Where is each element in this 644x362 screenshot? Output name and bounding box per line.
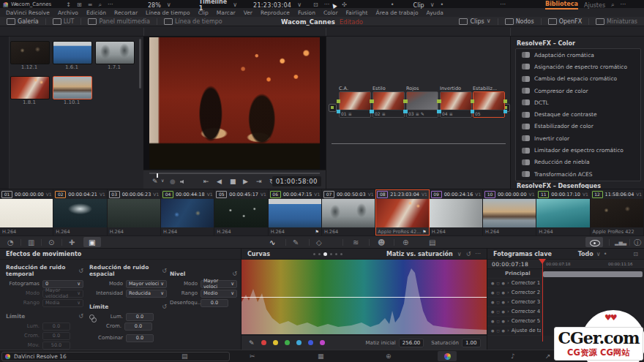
search-icon[interactable]: ⌕ bbox=[611, 2, 614, 8]
cyan-swatch[interactable] bbox=[296, 340, 302, 345]
chevron-down-icon[interactable]: ∨ bbox=[457, 251, 462, 257]
level-range-dropdown[interactable]: Medio∨ bbox=[201, 290, 237, 298]
clip-thumbnail[interactable] bbox=[53, 199, 106, 227]
still-thumbnail[interactable] bbox=[53, 41, 92, 64]
curves-pager[interactable] bbox=[313, 252, 342, 256]
still-thumbnail[interactable] bbox=[95, 41, 135, 64]
node-slider-icon[interactable]: • bbox=[391, 2, 394, 8]
green-swatch[interactable] bbox=[285, 340, 290, 345]
thumbnails-toggle-button[interactable]: Miniaturas bbox=[589, 17, 644, 26]
key-input-port[interactable] bbox=[337, 110, 340, 113]
list-view-icon[interactable]: ≡ bbox=[88, 2, 93, 8]
expand-track-icon[interactable]: › bbox=[507, 280, 509, 286]
timeline-clip[interactable]: 0900:00:24:16V1 H.264 bbox=[430, 189, 483, 235]
key-input-port[interactable] bbox=[471, 110, 474, 113]
node-graph-panel[interactable]: C.A. 01≡ Estilo 02≡ Rojos 03≡✎ bbox=[326, 37, 510, 189]
lock-icon[interactable]: ◻ bbox=[496, 328, 499, 333]
clip-thumbnail[interactable] bbox=[591, 199, 643, 227]
clip-thumbnail[interactable] bbox=[214, 199, 267, 227]
corrector-node-5-selected[interactable]: Estabiliz... 05 bbox=[473, 86, 503, 118]
expand-track-icon[interactable]: › bbox=[507, 309, 509, 314]
sort-icon[interactable]: ↕ bbox=[66, 2, 71, 8]
stills-album-icon[interactable]: ▤ bbox=[3, 2, 9, 8]
clip-thumbnail[interactable] bbox=[536, 199, 589, 227]
expand-track-icon[interactable]: › bbox=[507, 290, 509, 295]
corrector-node-2[interactable]: Estilo 02≡ bbox=[372, 86, 403, 118]
corrector-node-1[interactable]: C.A. 01≡ bbox=[339, 86, 370, 118]
clip-thumbnail[interactable] bbox=[322, 199, 375, 227]
lock-icon[interactable]: ◻ bbox=[496, 300, 499, 304]
curves-icon[interactable]: ∿ bbox=[269, 238, 275, 247]
chevron-down-icon[interactable]: ∨ bbox=[297, 2, 302, 8]
keyframe-playhead-line[interactable] bbox=[542, 260, 543, 342]
hue-vs-sat-curve-graph[interactable] bbox=[242, 260, 487, 334]
key-output-port[interactable] bbox=[503, 110, 507, 113]
curve-line[interactable] bbox=[242, 297, 487, 298]
face-refinement-icon[interactable]: ☻ bbox=[378, 238, 385, 247]
expand-track-icon[interactable]: › bbox=[507, 299, 509, 305]
still-thumbnail-selected[interactable] bbox=[53, 76, 92, 99]
still-thumbnail[interactable] bbox=[10, 76, 50, 99]
clip-thumbnail[interactable] bbox=[108, 199, 160, 227]
fx-item[interactable]: Transformación ACES bbox=[516, 168, 640, 180]
nodes-toggle-button[interactable]: Nodos bbox=[498, 17, 541, 26]
timeline-clip-selected[interactable]: 0821:23:03:04V1 Apple ProRes 42...⚑ bbox=[375, 189, 429, 235]
info-icon[interactable]: ⓘ bbox=[634, 238, 641, 247]
keyframe-track[interactable]: ●◻●› Corrector 1 bbox=[487, 279, 644, 288]
corrector-node-3[interactable]: Rojos 03≡✎ bbox=[406, 86, 437, 118]
clip-thumbnail[interactable] bbox=[430, 199, 482, 227]
level-mode-dropdown[interactable]: Mayor veloci∨ bbox=[201, 280, 237, 288]
timeline-clip[interactable]: 1211:58:06:04V1 Apple ProRes 422 bbox=[591, 189, 644, 235]
fx-item[interactable]: Adaptación cromática bbox=[516, 49, 640, 61]
page-deliver-icon[interactable]: ↗ bbox=[545, 352, 551, 360]
rgb-mixer-icon[interactable]: ✚ bbox=[69, 238, 75, 247]
input-hue-value[interactable]: 256.00 bbox=[399, 339, 424, 347]
chevron-down-icon[interactable]: ∨ bbox=[167, 2, 171, 8]
source-input-node[interactable] bbox=[329, 104, 337, 112]
fx-item[interactable]: Cambio del espacio cromático bbox=[516, 73, 640, 85]
stop-button[interactable]: ■ bbox=[230, 178, 236, 185]
expand-track-icon[interactable]: › bbox=[507, 318, 509, 324]
grid-view-icon[interactable]: ⊞ bbox=[77, 2, 82, 8]
reset-icon[interactable]: ↺ bbox=[466, 251, 471, 257]
saturation-value[interactable]: 1.00 bbox=[462, 339, 481, 347]
link-icon[interactable] bbox=[89, 314, 94, 320]
keyframe-ruler[interactable]: 00:00:07:18 00:00:07:18 00:00:11:16 bbox=[487, 260, 644, 269]
fx-item[interactable]: Reducción de niebla bbox=[516, 157, 640, 168]
jump-to-end-button[interactable]: ⇥ bbox=[256, 178, 262, 185]
gallery-album-strip[interactable] bbox=[0, 37, 10, 189]
page-fairlight-icon[interactable]: ♪ bbox=[511, 352, 515, 360]
fx-item[interactable]: Asignación de espectro cromático bbox=[516, 61, 640, 72]
keyframe-filter-dropdown[interactable]: Todo bbox=[578, 251, 594, 257]
reset-icon[interactable]: ↺ bbox=[232, 271, 237, 277]
timeline-clip[interactable]: 0200:00:04:21V1 H.264 bbox=[53, 189, 107, 235]
flag-icon[interactable]: ⚑ bbox=[422, 229, 426, 234]
timeline-clip[interactable]: 0400:00:44:18V1 H.264 bbox=[161, 189, 214, 235]
timeline-clip[interactable]: 0500:00:45:17V1 H.264 bbox=[214, 189, 268, 235]
chevron-down-icon[interactable]: ∨ bbox=[430, 2, 435, 8]
chevron-down-icon[interactable]: ∨ bbox=[233, 2, 237, 8]
spatial-mode-dropdown[interactable]: Mayor veloci∨ bbox=[126, 280, 167, 288]
magenta-swatch[interactable] bbox=[320, 340, 325, 345]
timeline-toggle-button[interactable]: Línea de tiempo bbox=[157, 17, 229, 26]
rgb-input-port[interactable] bbox=[471, 99, 474, 103]
curve-mode-selector[interactable]: Matiz vs. saturación bbox=[386, 251, 453, 257]
timeline-clip[interactable]: 0700:00:50:03V1 H.264 bbox=[322, 189, 375, 235]
eyedropper-icon[interactable]: ✎ bbox=[249, 339, 255, 347]
curves-options-icon[interactable]: ··· bbox=[475, 251, 481, 257]
clip-thumbnail[interactable] bbox=[375, 199, 428, 227]
tab-biblioteca[interactable]: Biblioteca bbox=[545, 1, 578, 10]
viewer-video-frame[interactable] bbox=[149, 37, 320, 169]
corrector-node-4[interactable]: Invertido 04≡ bbox=[440, 86, 471, 118]
lum-value-field[interactable]: 0.0 bbox=[126, 313, 154, 321]
timeline-clip[interactable]: 0100:00:00:00V1 H.264 bbox=[0, 189, 53, 235]
jump-to-start-button[interactable]: ⇤ bbox=[203, 178, 209, 185]
audio-mute-icon[interactable] bbox=[180, 180, 184, 184]
keyframe-track[interactable]: ●◻●› Corrector 2 bbox=[487, 288, 644, 298]
viewer-timecode[interactable]: 21:23:03:04 bbox=[253, 2, 291, 9]
fx-item[interactable]: Invertir color bbox=[516, 132, 640, 144]
blur-value-field[interactable]: 0.0 bbox=[201, 299, 228, 307]
lock-icon[interactable]: ◻ bbox=[496, 309, 499, 314]
page-edit-icon[interactable]: ▦ bbox=[318, 352, 324, 360]
lut-toggle-button[interactable]: LUT bbox=[46, 17, 81, 26]
